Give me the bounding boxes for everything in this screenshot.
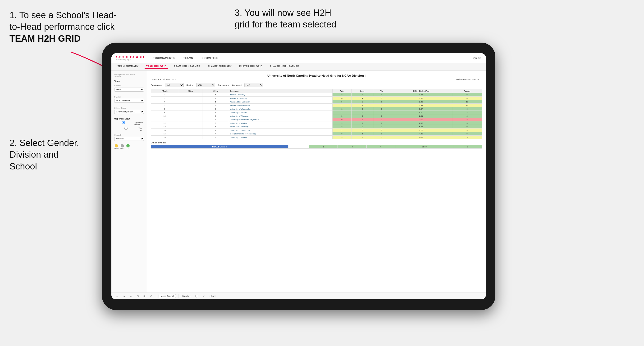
cell-tie: 0	[373, 104, 390, 107]
cell-reg	[178, 111, 202, 114]
conference-filter-select[interactable]: (All)	[165, 83, 184, 87]
undo-btn[interactable]: ↩	[115, 294, 120, 298]
division-select[interactable]: NCAA Division I	[114, 99, 144, 103]
out-of-division-table: NCAA Division II 1 0 0 26.00 3	[151, 145, 482, 149]
nav-links: TOURNAMENTS TEAMS COMMITTEE	[151, 56, 464, 60]
cell-loss: 1	[352, 93, 373, 97]
cell-rounds: 9	[452, 132, 482, 136]
cell-out-label: NCAA Division II	[151, 145, 288, 149]
sub-nav: TEAM SUMMARY TEAM H2H GRID TEAM H2H HEAT…	[112, 63, 486, 71]
cell-opponent: Vanderbilt University	[229, 97, 332, 100]
nav-tournaments[interactable]: TOURNAMENTS	[151, 56, 176, 60]
cell-rank: 3	[151, 97, 178, 100]
tab-player-h2h-grid[interactable]: PLAYER H2H GRID	[238, 64, 264, 69]
cell-win: 1	[332, 104, 352, 107]
radio-opponents-played[interactable]: Opponents Played	[114, 121, 144, 126]
col-tie: Tie	[373, 89, 390, 93]
cell-rank: 16	[151, 136, 178, 139]
toolbar-divider	[156, 294, 156, 298]
cell-rounds: 8	[452, 114, 482, 118]
nav-bar: SCOREBOARD Powered by clippi TOURNAMENTS…	[112, 53, 486, 63]
conference-filter-label: Conference	[151, 84, 162, 86]
cell-loss: 1	[352, 100, 373, 104]
comment-btn[interactable]: 💬	[194, 294, 199, 298]
cell-reg	[178, 136, 202, 139]
tab-team-h2h-grid[interactable]: TEAM H2H GRID	[144, 64, 168, 69]
cell-rank: 13	[151, 125, 178, 129]
cell-out-loss: 0	[338, 145, 367, 149]
logo: SCOREBOARD Powered by clippi	[116, 55, 144, 61]
paste-btn[interactable]: ⊞	[142, 294, 146, 298]
radio-top-100[interactable]: Top 100	[114, 127, 144, 132]
cell-opponent: University of Arkansas, Fayetteville	[229, 118, 332, 121]
cell-tie: 0	[373, 100, 390, 104]
view-label: View: Original	[158, 294, 176, 298]
col-diff: Diff Av Strokes/Rnd	[390, 89, 452, 93]
annotation-2: 2. Select Gender, Division and School	[10, 137, 109, 172]
cell-tie: 0	[373, 118, 390, 121]
nav-teams[interactable]: TEAMS	[181, 56, 195, 60]
out-of-division-label: Out of division	[151, 142, 482, 144]
cell-opponent: Auburn University	[229, 93, 332, 97]
cell-rounds: 3	[452, 107, 482, 111]
cell-tie: 0	[373, 107, 390, 111]
cell-reg	[178, 129, 202, 132]
opponent-view-label: Opponent View	[114, 118, 144, 120]
cell-rank: 15	[151, 132, 178, 136]
region-filter-select[interactable]: (All)	[196, 83, 215, 87]
table-row: 9 3 University of Arizona 1 0 0 9.00 2	[151, 111, 482, 114]
cell-rounds: 3	[452, 121, 482, 125]
cell-rank: 8	[151, 107, 178, 111]
cell-opponent: University of Virginia	[229, 121, 332, 125]
cell-reg	[178, 104, 202, 107]
cell-diff: -4.42	[390, 136, 452, 139]
clock-btn[interactable]: ⏱	[149, 294, 154, 298]
cell-opponent: University of Florida	[229, 136, 332, 139]
gender-select[interactable]: Men's	[114, 88, 144, 92]
col-reg: # Reg	[178, 89, 202, 93]
tab-player-summary[interactable]: PLAYER SUMMARY	[206, 64, 233, 69]
cell-conf: 2	[202, 104, 229, 107]
sign-out[interactable]: Sign out	[472, 57, 481, 59]
cell-win: 3	[332, 114, 352, 118]
nav-committee[interactable]: COMMITTEE	[200, 56, 220, 60]
school-select[interactable]: 1. University of Nort...	[114, 110, 144, 114]
cell-rounds: 8	[452, 97, 482, 100]
cell-loss: 0	[352, 111, 373, 114]
tab-team-summary[interactable]: TEAM SUMMARY	[116, 64, 140, 69]
cell-conf: 1	[202, 125, 229, 129]
cell-out-rounds: 3	[453, 145, 482, 149]
cell-reg	[178, 114, 202, 118]
colour-by-select[interactable]: Win/loss	[114, 137, 144, 141]
col-conf: # Conf	[202, 89, 229, 93]
redo-btn[interactable]: ↪	[122, 294, 126, 298]
cell-win: 0	[332, 118, 352, 121]
division-label: Division	[114, 96, 144, 98]
cell-diff: 2.29	[390, 100, 452, 104]
cell-rounds: 9	[452, 129, 482, 132]
col-opponent: Opponent	[229, 89, 332, 93]
table-row: 4 1 Arizona State University 5 1 0 2.29 …	[151, 100, 482, 104]
cell-rank: 10	[151, 114, 178, 118]
watch-btn[interactable]: Watch ▾	[181, 294, 192, 298]
cell-rounds: 9	[452, 136, 482, 139]
cell-reg	[178, 118, 202, 121]
cell-win: 0	[332, 97, 352, 100]
col-win: Win	[332, 89, 352, 93]
back-btn[interactable]: ←	[128, 294, 133, 298]
cell-reg	[178, 121, 202, 125]
toolbar-divider-2	[178, 294, 178, 298]
cell-diff: -1.00	[390, 129, 452, 132]
team-label: Team	[114, 80, 144, 82]
tab-team-h2h-heatmap[interactable]: TEAM H2H HEATMAP	[172, 64, 202, 69]
cell-opponent: University of Oklahoma	[229, 129, 332, 132]
cell-win: 0	[332, 132, 352, 136]
sidebar: Last Updated: 27/03/2024 16:55:38 Team G…	[112, 71, 147, 293]
tab-player-h2h-heatmap[interactable]: PLAYER H2H HEATMAP	[268, 64, 300, 69]
share-btn[interactable]: Share	[208, 294, 217, 298]
opponent-filter-select[interactable]: (All)	[244, 83, 263, 87]
cell-diff: 1.83	[390, 104, 452, 107]
expand-btn[interactable]: ⤢	[202, 294, 206, 298]
crop-btn[interactable]: ⊡	[136, 294, 140, 298]
cell-win: 1	[332, 111, 352, 114]
